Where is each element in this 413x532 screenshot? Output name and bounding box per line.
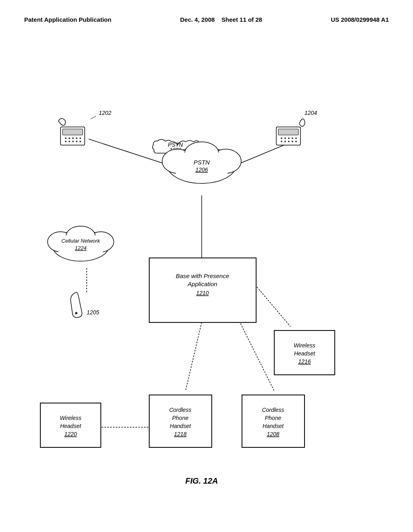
svg-text:Wireless: Wireless [60, 415, 81, 421]
figure-caption: FIG. 12A [185, 476, 218, 485]
ref-1205: 1205 [87, 309, 99, 316]
svg-text:PSTN: PSTN [194, 159, 210, 166]
svg-line-30 [91, 116, 96, 119]
svg-point-37 [79, 137, 81, 139]
svg-point-51 [284, 141, 286, 142]
svg-point-41 [76, 141, 77, 142]
svg-text:Handset: Handset [263, 423, 284, 429]
page-header: Patent Application Publication Dec. 4, 2… [0, 16, 413, 23]
patent-diagram: PSTN 1206 PSTN 1206 Cellular Network 122… [0, 40, 413, 504]
svg-text:1206: 1206 [195, 166, 208, 173]
sheet-info: Sheet 11 of 28 [221, 16, 262, 23]
ref-1204: 1204 [305, 110, 317, 116]
svg-point-46 [284, 137, 286, 139]
svg-text:1218: 1218 [174, 431, 186, 437]
svg-text:Cordless: Cordless [169, 407, 191, 413]
svg-text:Wireless: Wireless [294, 342, 315, 349]
cordless-1208-box: Cordless Phone Handset 1208 [242, 395, 305, 447]
svg-text:1208: 1208 [267, 431, 279, 437]
svg-point-52 [288, 141, 290, 142]
patent-number: US 2008/0299948 A1 [331, 16, 389, 23]
publication-date-sheet: Dec. 4, 2008 Sheet 11 of 28 [180, 16, 262, 23]
cordless-1218-box: Cordless Phone Handset 1218 [149, 395, 212, 447]
svg-point-33 [65, 137, 67, 139]
svg-point-49 [295, 137, 297, 139]
svg-text:1220: 1220 [64, 431, 77, 437]
svg-line-5 [186, 322, 202, 391]
svg-rect-32 [63, 129, 83, 135]
svg-rect-68 [149, 395, 212, 447]
svg-text:Cordless: Cordless [262, 407, 284, 413]
svg-text:Cellular Network: Cellular Network [61, 238, 100, 244]
svg-point-34 [69, 137, 70, 139]
phone-1202-icon [58, 118, 85, 145]
mobile-1205-icon [71, 292, 82, 318]
svg-point-36 [76, 137, 77, 139]
svg-text:Headset: Headset [294, 350, 315, 357]
svg-point-48 [292, 137, 293, 139]
svg-text:Phone: Phone [265, 415, 282, 421]
wireless-headset-1220-box: Wireless Headset 1220 [40, 403, 101, 447]
publication-title: Patent Application Publication [24, 16, 111, 23]
svg-text:Headset: Headset [60, 423, 81, 429]
svg-point-42 [79, 141, 81, 142]
svg-rect-73 [242, 395, 305, 447]
svg-point-54 [295, 141, 297, 142]
svg-text:Application: Application [187, 281, 217, 287]
svg-point-50 [281, 141, 282, 142]
ref-1202: 1202 [99, 110, 111, 116]
svg-point-45 [281, 137, 282, 139]
svg-point-35 [72, 137, 74, 139]
svg-text:Handset: Handset [170, 423, 191, 429]
svg-point-40 [72, 141, 74, 142]
svg-point-53 [292, 141, 293, 142]
svg-text:1216: 1216 [298, 358, 311, 365]
svg-point-39 [69, 141, 70, 142]
svg-text:1210: 1210 [196, 290, 209, 296]
svg-rect-44 [278, 129, 298, 135]
cellular-cloud: Cellular Network 1224 [48, 226, 114, 261]
base-application-box: Base with Presence Application 1210 [149, 258, 256, 322]
svg-point-38 [65, 141, 67, 142]
wireless-headset-1216-box: Wireless Headset 1216 [274, 330, 335, 375]
svg-point-55 [75, 312, 77, 314]
svg-text:Base with Presence: Base with Presence [176, 272, 229, 279]
svg-line-6 [238, 318, 274, 391]
svg-text:1224: 1224 [75, 245, 87, 251]
publication-date: Dec. 4, 2008 [180, 16, 215, 23]
phone-1204-icon [276, 119, 305, 145]
svg-text:Phone: Phone [172, 415, 189, 421]
svg-point-47 [288, 137, 290, 139]
